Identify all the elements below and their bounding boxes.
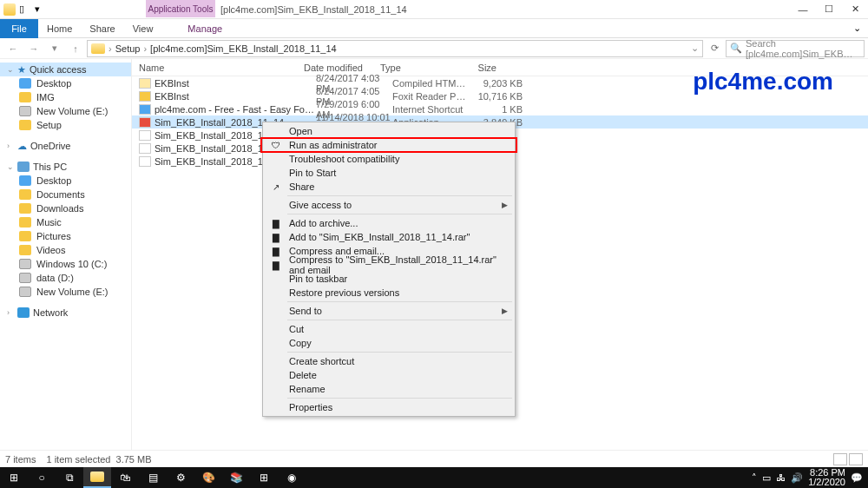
taskbar-explorer[interactable] (83, 467, 111, 488)
taskbar-app2[interactable]: ⚙ (167, 467, 194, 488)
crumb-folder[interactable]: [plc4me.com]Sim_EKB_Install_2018_11_14 (150, 43, 337, 54)
chevron-right-icon: › (108, 43, 112, 54)
recent-button[interactable]: ▾ (45, 40, 64, 57)
sidebar-item-music[interactable]: Music (0, 215, 131, 229)
col-date[interactable]: Date modified (304, 63, 380, 73)
view-large-button[interactable] (849, 453, 863, 465)
refresh-button[interactable]: ⟳ (705, 43, 724, 54)
sidebar-item-img[interactable]: IMG (0, 90, 131, 104)
ribbon-expand-icon[interactable]: ⌄ (846, 23, 868, 34)
ctx-copy[interactable]: Copy (265, 336, 513, 350)
taskbar-app4[interactable]: 📚 (222, 467, 250, 488)
share-icon: ↗ (270, 181, 282, 193)
ctx-rename[interactable]: Rename (265, 382, 513, 396)
col-type[interactable]: Type (380, 63, 458, 73)
qat-new-icon[interactable]: ▯ (19, 3, 31, 16)
qat-props-icon[interactable]: ▾ (35, 3, 47, 16)
sidebar-item-new-volume[interactable]: New Volume (E:) (0, 104, 131, 118)
manage-tab[interactable]: Manage (179, 19, 231, 38)
taskbar: ⊞ ○ ⧉ 🛍 ▤ ⚙ 🎨 📚 ⊞ ◉ ˄ ▭ 🖧 🔊 8:26 PM 1/2/… (0, 467, 868, 488)
ctx-pin-taskbar[interactable]: Pin to taskbar (265, 272, 513, 286)
breadcrumb[interactable]: › Setup › [plc4me.com]Sim_EKB_Install_20… (87, 40, 703, 57)
crumb-setup[interactable]: Setup (115, 43, 141, 54)
file-icon (139, 104, 151, 115)
task-view-button[interactable]: ⧉ (56, 467, 83, 488)
ctx-run-as-admin[interactable]: 🛡Run as administrator (265, 138, 513, 152)
file-icon (139, 143, 151, 154)
ctx-pin-start[interactable]: Pin to Start (265, 166, 513, 180)
back-button[interactable]: ← (3, 40, 23, 57)
sidebar-item-drive-c[interactable]: Windows 10 (C:) (0, 257, 131, 271)
ctx-send-to[interactable]: Send to▶ (265, 304, 513, 318)
folder-icon (3, 3, 16, 16)
tray-notifications-icon[interactable]: 💬 (851, 472, 863, 484)
maximize-button[interactable]: ☐ (816, 0, 842, 19)
sidebar-item-desktop[interactable]: Desktop (0, 76, 131, 90)
sidebar-item-documents[interactable]: Documents (0, 188, 131, 201)
col-name[interactable]: Name (139, 63, 304, 73)
ctx-delete[interactable]: Delete (265, 368, 513, 382)
cortana-button[interactable]: ○ (28, 467, 56, 488)
quick-access-toolbar: ▯ ▾ (0, 3, 50, 16)
taskbar-app5[interactable]: ⊞ (250, 467, 278, 488)
folder-icon (91, 43, 105, 54)
ctx-restore[interactable]: Restore previous versions (265, 286, 513, 300)
share-tab[interactable]: Share (81, 19, 123, 38)
application-tools-tab[interactable]: Application Tools (146, 0, 215, 17)
search-icon: 🔍 (730, 43, 742, 54)
col-size[interactable]: Size (458, 63, 510, 73)
this-pc[interactable]: ⌄This PC (0, 160, 131, 174)
search-input[interactable]: 🔍 Search [plc4me.com]Sim_EKB… (726, 40, 865, 57)
file-type: Compiled HTML … (392, 78, 470, 89)
file-icon (139, 130, 151, 141)
watermark: plc4me.com (693, 68, 833, 96)
ctx-add-to-rar[interactable]: ▇Add to "Sim_EKB_Install_2018_11_14.rar" (265, 230, 513, 244)
minimize-button[interactable]: — (790, 0, 816, 19)
sidebar-item-downloads[interactable]: Downloads (0, 201, 131, 215)
tray-battery-icon[interactable]: ▭ (762, 472, 771, 484)
ctx-cut[interactable]: Cut (265, 322, 513, 336)
quick-access[interactable]: ⌄★Quick access (0, 63, 131, 76)
sidebar-item-drive-e[interactable]: New Volume (E:) (0, 285, 131, 299)
start-button[interactable]: ⊞ (0, 467, 28, 488)
ctx-open[interactable]: Open (265, 124, 513, 138)
up-button[interactable]: ↑ (66, 40, 85, 57)
chevron-right-icon: › (143, 43, 147, 54)
sidebar-item-drive-d[interactable]: data (D:) (0, 271, 131, 285)
view-tab[interactable]: View (124, 19, 162, 38)
network[interactable]: ›Network (0, 306, 131, 320)
ctx-share[interactable]: ↗Share (265, 180, 513, 194)
file-type: Foxit Reader PDF … (392, 91, 470, 102)
taskbar-app1[interactable]: ▤ (139, 467, 167, 488)
view-details-button[interactable] (833, 453, 847, 465)
ctx-troubleshoot[interactable]: Troubleshoot compatibility (265, 152, 513, 166)
tray-expand-icon[interactable]: ˄ (752, 472, 757, 484)
sidebar-item-pictures[interactable]: Pictures (0, 229, 131, 243)
archive-icon: ▇ (270, 259, 282, 271)
address-dropdown-icon[interactable]: ⌄ (691, 43, 699, 54)
sidebar-item-desktop-pc[interactable]: Desktop (0, 174, 131, 188)
taskbar-chrome[interactable]: ◉ (278, 467, 306, 488)
tray-network-icon[interactable]: 🖧 (776, 472, 786, 483)
file-name: EKBInst (155, 78, 316, 89)
ctx-add-archive[interactable]: ▇Add to archive... (265, 216, 513, 230)
title-bar: ▯ ▾ Application Tools [plc4me.com]Sim_EK… (0, 0, 868, 19)
chevron-right-icon: ▶ (502, 201, 513, 209)
ctx-compress-to-email[interactable]: ▇Compress to "Sim_EKB_Install_2018_11_14… (265, 258, 513, 272)
ctx-give-access[interactable]: Give access to▶ (265, 198, 513, 212)
ctx-properties[interactable]: Properties (265, 400, 513, 414)
taskbar-app3[interactable]: 🎨 (194, 467, 222, 488)
onedrive[interactable]: ›☁OneDrive (0, 139, 131, 153)
file-tab[interactable]: File (0, 19, 38, 38)
file-row[interactable]: plc4me.com - Free - Fast - Easy For Auto… (132, 102, 868, 115)
home-tab[interactable]: Home (38, 19, 81, 38)
ctx-create-shortcut[interactable]: Create shortcut (265, 354, 513, 368)
tray-volume-icon[interactable]: 🔊 (791, 472, 803, 484)
tray-clock[interactable]: 8:26 PM 1/2/2020 (808, 468, 845, 487)
close-button[interactable]: ✕ (842, 0, 868, 19)
context-menu: Open 🛡Run as administrator Troubleshoot … (262, 122, 516, 417)
sidebar-item-videos[interactable]: Videos (0, 243, 131, 257)
taskbar-store[interactable]: 🛍 (111, 467, 139, 488)
sidebar-item-setup[interactable]: Setup (0, 118, 131, 132)
forward-button[interactable]: → (24, 40, 43, 57)
